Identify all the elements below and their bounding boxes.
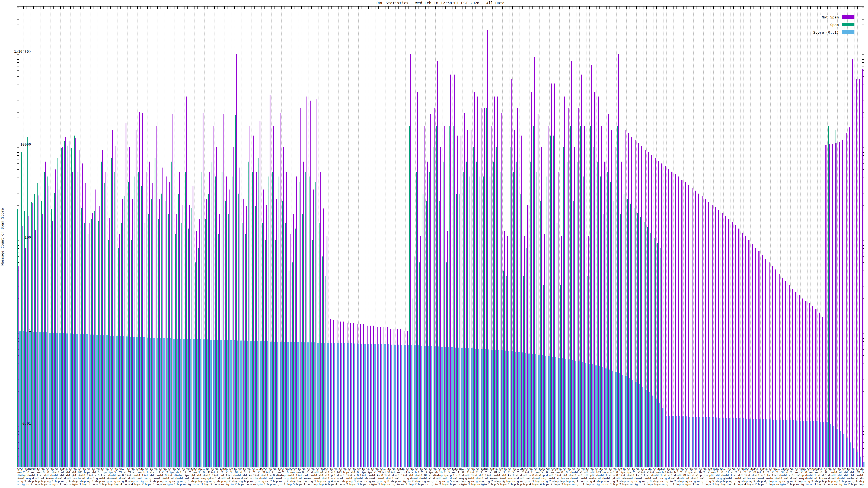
bar-score xyxy=(478,349,479,467)
bar-score xyxy=(334,343,335,467)
top-axis-tick xyxy=(469,6,469,9)
top-axis-tick xyxy=(653,6,653,9)
plot-area xyxy=(17,6,864,467)
top-axis-tick xyxy=(757,6,757,9)
bar-not-spam xyxy=(846,133,846,467)
bar-score xyxy=(629,378,630,467)
top-axis-tick xyxy=(37,6,37,9)
top-axis-tick xyxy=(244,6,245,9)
x-gridline xyxy=(817,6,817,467)
bar-score xyxy=(599,366,600,467)
bar-score xyxy=(756,419,757,467)
bar-score xyxy=(431,346,432,467)
bar-score xyxy=(381,344,382,467)
top-axis-tick xyxy=(465,6,466,9)
bar-not-spam xyxy=(835,143,836,467)
bar-score xyxy=(562,358,563,467)
bar-score xyxy=(625,376,627,467)
top-axis-tick xyxy=(412,6,412,9)
bar-score xyxy=(770,419,771,467)
bar-score xyxy=(682,416,684,467)
top-axis-tick xyxy=(117,6,118,9)
top-axis-tick xyxy=(432,6,432,9)
bar-score xyxy=(230,340,231,467)
top-axis-tick xyxy=(626,6,627,9)
top-axis-tick xyxy=(415,6,415,9)
top-axis-tick xyxy=(439,6,439,9)
bar-score xyxy=(26,332,27,467)
top-axis-tick xyxy=(448,6,449,9)
top-axis-tick xyxy=(362,6,362,9)
top-axis-tick xyxy=(636,6,637,9)
bar-score xyxy=(572,360,573,467)
bar-not-spam xyxy=(842,140,843,467)
top-axis-tick xyxy=(235,6,235,9)
bar-score xyxy=(452,347,453,467)
bar-score xyxy=(863,462,865,467)
bar-score xyxy=(311,343,312,467)
top-axis-tick xyxy=(847,6,848,9)
bar-score xyxy=(421,346,422,467)
top-axis-tick xyxy=(589,6,590,9)
top-axis-tick xyxy=(774,6,774,9)
bar-score xyxy=(636,382,637,467)
x-gridline xyxy=(723,6,724,467)
bar-score xyxy=(515,352,516,467)
top-axis-tick xyxy=(549,6,550,9)
top-axis-tick xyxy=(646,6,647,9)
bar-score xyxy=(726,418,727,467)
y-axis-tick xyxy=(17,70,19,71)
top-axis-tick xyxy=(20,6,20,9)
x-gridline xyxy=(794,6,794,467)
top-axis-tick xyxy=(355,6,355,9)
top-axis-tick xyxy=(850,6,851,9)
top-axis-tick xyxy=(827,6,828,9)
y-axis-tick xyxy=(862,62,864,63)
top-axis-tick xyxy=(787,6,787,9)
top-axis-tick xyxy=(566,6,566,9)
bar-score xyxy=(96,335,97,467)
legend-swatch-score xyxy=(842,30,855,34)
bar-score xyxy=(364,344,365,467)
bar-score xyxy=(522,352,523,467)
bar-score xyxy=(458,348,459,467)
top-axis-tick xyxy=(512,6,513,9)
top-axis-tick xyxy=(579,6,580,9)
top-axis-tick xyxy=(616,6,617,9)
top-axis-tick xyxy=(666,6,667,9)
bar-score xyxy=(843,434,844,467)
x-gridline xyxy=(690,6,690,467)
bar-score xyxy=(411,345,412,467)
bar-score xyxy=(713,417,714,467)
top-axis-tick xyxy=(341,6,342,9)
top-axis-tick xyxy=(700,6,701,9)
bar-score xyxy=(368,344,369,467)
bar-score xyxy=(696,417,697,467)
bar-score xyxy=(287,342,288,467)
top-axis-tick xyxy=(656,6,657,9)
top-axis-tick xyxy=(740,6,741,9)
bar-score xyxy=(207,339,208,467)
top-axis-tick xyxy=(435,6,436,9)
bar-score xyxy=(408,345,409,467)
x-gridline xyxy=(737,6,737,467)
bar-score xyxy=(321,343,322,467)
top-axis-tick xyxy=(84,6,84,9)
top-axis-tick xyxy=(760,6,761,9)
bar-score xyxy=(418,346,419,467)
top-axis-tick xyxy=(459,6,459,9)
bar-score xyxy=(512,351,513,467)
bar-score xyxy=(665,416,667,467)
top-axis-tick xyxy=(167,6,168,9)
bar-score xyxy=(33,332,34,467)
top-axis-tick xyxy=(268,6,268,9)
bar-score xyxy=(317,343,318,467)
top-axis-tick xyxy=(516,6,516,9)
bar-score xyxy=(669,416,670,467)
y-axis-tick xyxy=(17,59,19,60)
bar-score xyxy=(532,354,533,467)
bar-score xyxy=(659,403,660,467)
top-axis-tick xyxy=(422,6,422,9)
y-axis-tick xyxy=(17,54,19,55)
bar-score xyxy=(100,335,101,467)
